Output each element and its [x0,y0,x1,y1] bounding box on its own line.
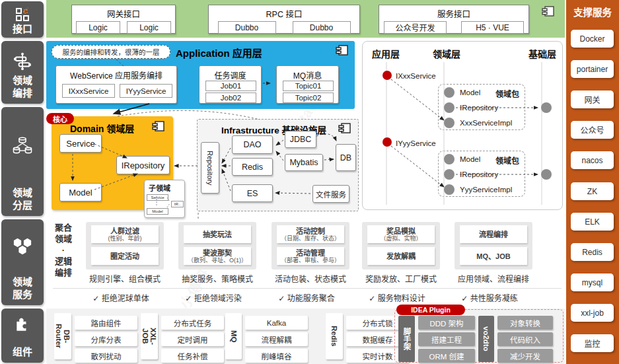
interface-item: Logic [127,21,171,34]
service-label: IYyyService [396,139,436,147]
check-label: 拒绝泥球单体 [102,294,149,303]
layer-header-domain: 领域层 [433,47,460,60]
sidebar-item-domain-orchestration: 领域 编排 [1,41,44,104]
group-caption: 抽奖服务、策略模式 [178,273,256,284]
webservice-item: IYyyService [120,84,172,98]
support-item: 监控 [571,334,614,352]
component-item: 散列扰动 [75,349,137,363]
db-router-label: DB- Router [54,313,71,359]
ddd-architecture-diagram: bugstack.cn 小傅哥 bugstack.cn 小傅哥 bugstack… [0,0,619,364]
component-item: 流程解耦 [245,332,308,346]
support-item: ZK [571,182,614,200]
package-item-label: IRepository [460,170,498,178]
hexagons-icon [13,237,32,256]
component-item: 削峰填谷 [245,349,308,363]
jdbc-box: JDBC [285,131,316,148]
layer-header-application: 应用层 [372,47,400,60]
sidebar-item-label: 领域 分层 [13,186,32,211]
service-interface-box: 服务接口 公众号开发 H5 · VUE [379,5,529,34]
card-title: 任务调度 [200,69,261,81]
db-box: DB [336,144,356,171]
mq-label: MQ [225,313,242,359]
dao-box: DAO [232,135,273,154]
infrastructure-layer-panel: Infrastructure 基础设施层 Repository DAO Redi… [197,119,359,211]
scaffold-label: 脚手架 [398,316,415,362]
sidebar-item-label: 领域 编排 [13,74,32,99]
interface-item: Dubbo [293,21,351,34]
webservice-item: IXxxService [62,84,115,98]
card-title: 活动控制 [296,227,325,235]
support-item: 公众号 [571,121,614,139]
aggregate-group: 奖品模拟（虚拟、实物） 发放解耦 [362,222,440,270]
card-title: 奖品模拟 [386,227,416,235]
principle-check: ✓ 服务物料设计 [358,292,436,303]
plugin-item: 代码织入 [497,332,553,346]
repository-box: Repository [201,142,219,194]
sidebar-item-domain-services: 领域 服务 [1,219,44,305]
modules-icon [13,7,32,22]
support-item: portainer [571,60,614,78]
puzzle-icon [13,314,32,334]
card-sub: （部署、审核、参与） [281,257,340,264]
check-icon: ✓ [278,294,285,303]
sidebar-item-domain-layering: 领域 分层 [1,107,44,216]
card-sub: （日期、库存、状态） [281,235,340,242]
layers-mapping-panel: 应用层 领域层 基础层 IXxxService Model IRepositor… [362,41,563,210]
component-item: 路由组件 [75,316,137,330]
component-item: Kafka [245,316,308,330]
mq-item: Topic02 [283,92,334,103]
package-item-label: Model [460,89,480,96]
support-services-title: 支撑服务 [566,5,619,18]
task-item: Job02 [205,92,256,103]
interface-item: Dubbo [218,21,276,34]
principle-check: ✓ 功能服务聚合 [268,292,346,303]
domain-layer-title: Domain 领域层 [70,122,134,135]
check-icon: ✓ [185,294,192,303]
group-caption: 奖励发放、工厂模式 [362,273,440,284]
plugin-item: 减少开发 [497,349,553,363]
sub-domain-item: Model [147,208,168,215]
plugin-item: ORM 创建 [418,349,475,363]
mybatis-box: Mybatis [285,154,323,171]
support-item: xxl-job [571,304,614,322]
domain-model-box: Model [59,183,102,201]
plugin-item: 搭建工程 [418,332,475,346]
sidebar-item-label: 领域 服务 [13,275,32,301]
sidebar-item-components: 组件 [1,309,44,363]
component-item: 任务补偿 [161,349,224,363]
core-badge: 核心 [46,113,74,124]
task-item: Job01 [205,81,256,91]
mq-message-card: MQ消息 Topic01 Topic02 [276,65,339,104]
principle-check: ✓ 共性服务凝练 [451,292,528,303]
card-title: 人群过滤 [110,227,139,235]
card-title: WebService 应用服务编排 [56,69,176,81]
application-note-bubble: 服务的编排和转发，很薄的一层 [52,45,170,59]
card-title: 圈定活动 [110,252,139,260]
check-label: 共性服务凝练 [470,294,518,303]
file-service-box: 文件服务 [312,185,349,203]
card-sub: （虚拟、实物） [380,235,421,242]
redis-box: Redis [232,158,273,176]
support-item: Redis [571,243,614,261]
check-icon: ✓ [461,294,468,303]
xxl-job-label: XXL- JOB [141,313,158,359]
card-title: 流程编排 [479,231,508,238]
card-title: 活动管理 [296,249,325,257]
vo2dto-label: vo2dto [478,316,494,362]
aggregate-group: 抽奖玩法 斐波那契（散列、寻址、O(1)） [178,222,256,270]
sub-domain-box: 子领域 Service Model IR.. [144,180,185,218]
es-box: ES [232,184,273,202]
check-label: 拒绝领域污染 [194,294,242,303]
plugin-item: 对象转换 [497,316,553,330]
sub-domain-title: 子领域 [149,182,184,193]
sidebar-item-label: 组件 [13,346,32,358]
component-icon [338,123,351,137]
aggregate-section-label: 聚合 领域 · 逻辑 编排 [49,222,78,278]
package-item-label: YyyServiceImpl [460,186,512,194]
aggregate-group: 活动控制（日期、库存、状态） 活动管理（部署、审核、参与） [272,222,349,270]
interface-item: 公众号开发 [384,21,447,34]
idea-plugin-badge: IDEA Plugin [396,305,465,315]
card-title: 抽奖玩法 [203,231,232,238]
package-label: 领域包 [495,88,519,99]
mq-item: Topic01 [283,81,334,91]
